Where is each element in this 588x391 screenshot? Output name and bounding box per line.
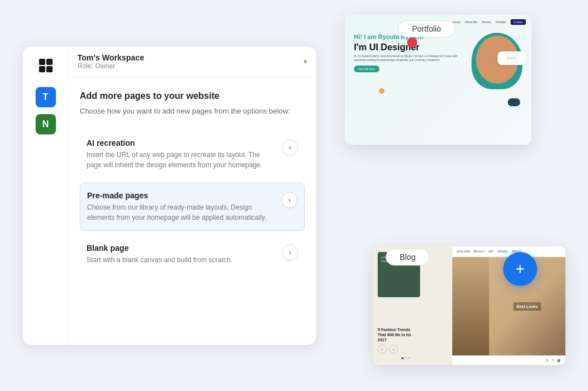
option-premade-text: Pre-made pages Choose from our library o… [87,191,276,223]
option-premade-arrow: › [282,192,297,208]
option-premade-title: Pre-made pages [87,191,276,200]
portfolio-decoration-teal [508,98,520,106]
blog-dot-active [401,357,404,359]
portfolio-nav-item: Portfolio [495,20,505,24]
portfolio-nav-item: Service [482,20,491,24]
portfolio-label: Portfolio [398,20,455,37]
workspace-name: Tom's Workspace [77,53,144,62]
chat-dot [507,57,509,59]
portfolio-cta-btn[interactable]: Hire Me Now [354,66,379,72]
portfolio-decoration-red [407,37,417,47]
workspace-info: Tom's Workspace Role: Owner [77,53,144,70]
app-logo-icon [38,58,54,73]
svg-rect-0 [39,59,45,65]
sidebar-workspace-t-avatar[interactable]: T [36,87,56,107]
blog-prev-btn[interactable]: ‹ [378,345,387,354]
blog-nav-beauty: BEAUTY [474,250,485,253]
sidebar-workspace-n-avatar[interactable]: N [36,114,56,134]
blog-dot [408,357,410,359]
blog-social: 𝕏 f ▣ [452,355,565,365]
portfolio-nav-item: About Me [465,20,477,24]
blog-dot [405,357,407,359]
main-panel: T N Tom's Workspace Role: Owner ▾ Add mo… [23,46,317,345]
svg-rect-2 [39,66,45,72]
blog-dots [401,357,410,359]
option-ai-recreation[interactable]: AI recreation Insert the URL of any web … [80,131,305,178]
portfolio-decoration-yellow [379,88,384,94]
blog-nav-explore: EXPLORE [457,250,470,253]
option-ai-title: AI recreation [87,138,276,147]
option-blank-text: Blank page Start with a blank canvas and… [87,244,276,265]
option-ai-arrow: › [282,140,298,155]
blog-nav-art: ART [488,250,494,253]
instagram-icon: ▣ [557,358,561,363]
portfolio-body: Hi, I'm Ryouta Ryoichi, commonly known a… [354,55,466,62]
workspace-header: Tom's Workspace Role: Owner ▾ [68,46,316,77]
add-page-button[interactable]: + [503,252,537,286]
option-blank-title: Blank page [87,244,276,253]
workspace-role: Role: Owner [77,62,144,70]
svg-rect-1 [46,59,53,65]
twitter-icon: 𝕏 [546,358,549,363]
blog-nav-travel: TRAVEL [498,250,508,253]
option-ai-desc: Insert the URL of any web page to recrea… [87,150,276,170]
sidebar: T N [23,46,68,345]
chat-dot [514,57,516,59]
svg-rect-3 [46,66,53,72]
chat-dot [511,57,513,59]
plus-icon: + [516,261,525,277]
facebook-icon: f [552,358,554,363]
content-area: Add more pages to your website Choose ho… [68,77,316,345]
option-blank-page[interactable]: Blank page Start with a blank canvas and… [80,236,305,273]
content-title: Add more pages to your website [80,91,305,101]
option-blank-arrow: › [282,245,298,260]
blog-arrows: ‹ › [378,345,398,354]
portfolio-nav-item: Home [453,20,460,24]
blog-next-btn[interactable]: › [389,345,398,354]
option-ai-text: AI recreation Insert the URL of any web … [87,138,276,170]
workspace-dropdown-icon[interactable]: ▾ [304,58,307,66]
option-premade-pages[interactable]: Pre-made pages Choose from our library o… [80,183,305,231]
blog-image-1 [452,257,489,355]
content-subtitle: Choose how you want to add new pages fro… [80,106,305,117]
blog-label: Blog [386,249,430,266]
main-content: Tom's Workspace Role: Owner ▾ Add more p… [68,46,316,345]
blog-fashion-text: 5 Fashion Trends That Will Be in for 201… [378,327,417,342]
portfolio-nav-contact: Contact [511,19,526,25]
option-premade-desc: Choose from our library of ready-made la… [87,202,276,223]
blog-best-looks-label: Best Looks [513,302,542,311]
option-blank-desc: Start with a blank canvas and build from… [87,255,276,265]
sidebar-logo [36,55,56,76]
portfolio-chat-bubble [498,51,526,65]
